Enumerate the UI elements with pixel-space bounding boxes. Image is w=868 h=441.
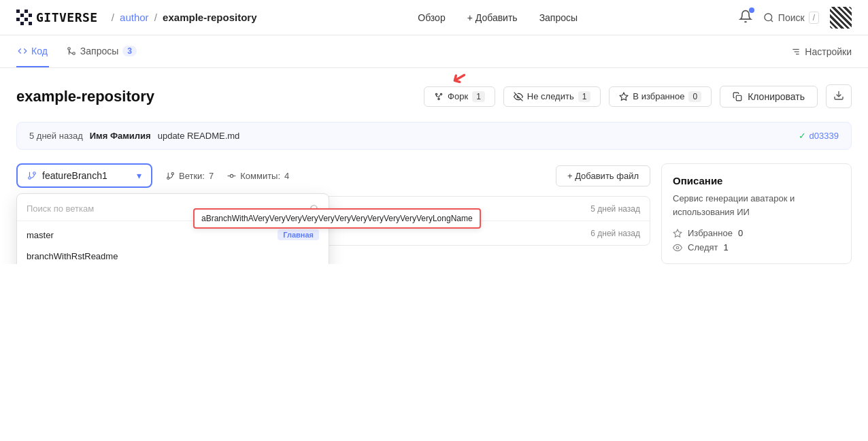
branch-selector-button[interactable]: featureBranch1 ▾: [16, 163, 152, 188]
download-button[interactable]: [826, 84, 852, 108]
branches-stat: Ветки: 7: [166, 171, 214, 181]
current-branch-label: featureBranch1: [42, 170, 107, 181]
repo-title: example-repository: [16, 88, 154, 105]
topnav-center-links: Обзор + Добавить Запросы: [271, 12, 725, 23]
file-date-readme: 6 дней назад: [590, 229, 640, 238]
svg-point-8: [438, 98, 439, 99]
commit-author: Имя Фамилия: [90, 131, 151, 141]
branch-name-master: master: [27, 230, 54, 240]
commit-bar: 5 дней назад Имя Фамилия update README.m…: [16, 122, 852, 150]
svg-point-2: [68, 47, 71, 50]
watchers-count: 1: [724, 242, 729, 252]
star-button[interactable]: В избранное 0: [609, 86, 712, 107]
nav-requests[interactable]: Запросы: [539, 12, 578, 23]
fork-label: Форк: [448, 91, 468, 101]
branches-count: 7: [209, 171, 214, 181]
requests-badge: 3: [122, 46, 137, 56]
settings-icon: [791, 47, 801, 56]
watch-label: Не следить: [527, 91, 574, 101]
logo[interactable]: GITVERSE: [16, 10, 98, 25]
breadcrumb: / author / example-repository: [112, 12, 257, 23]
copy-icon: [733, 92, 742, 101]
svg-marker-11: [620, 93, 629, 100]
svg-point-15: [33, 172, 36, 175]
branches-icon: [166, 172, 175, 180]
fork-count: 1: [472, 91, 485, 102]
star-label: В избранное: [633, 91, 684, 101]
commits-stat: Коммиты: 4: [227, 171, 289, 181]
code-icon: [18, 46, 27, 56]
clone-label: Клонировать: [748, 91, 805, 102]
nav-overview[interactable]: Обзор: [418, 12, 445, 23]
breadcrumb-sep0: /: [112, 12, 114, 23]
breadcrumb-repo: example-repository: [163, 12, 256, 23]
starred-count: 0: [738, 228, 743, 238]
search-icon: [763, 12, 774, 23]
left-column: featureBranch1 ▾ maste: [16, 163, 650, 246]
nav-add[interactable]: + Добавить: [467, 12, 518, 23]
subnav-right: Настройки: [791, 46, 852, 57]
settings-label: Настройки: [805, 46, 852, 57]
svg-rect-12: [736, 95, 741, 101]
repo-actions: Форк 1 Не следить 1 В избранное 0: [424, 84, 852, 108]
description-title: Описание: [673, 175, 840, 186]
commit-hash[interactable]: ✓ d03339: [799, 131, 839, 141]
branch-selector-container: featureBranch1 ▾ maste: [16, 163, 152, 188]
commit-time: 5 дней назад: [29, 131, 83, 141]
description-box: Описание Сервис генерации аватарок и исп…: [661, 163, 852, 264]
tooltip-text: aBranchWithAVeryVeryVeryVeryVeryVeryVery…: [201, 214, 473, 223]
right-sidebar: Описание Сервис генерации аватарок и исп…: [661, 163, 852, 264]
branch-files-row: featureBranch1 ▾ maste: [16, 163, 852, 264]
star-count: 0: [688, 91, 701, 102]
svg-marker-24: [673, 229, 682, 237]
tab-code-label: Код: [31, 46, 48, 56]
svg-point-25: [676, 246, 679, 249]
notification-dot: [749, 7, 754, 13]
top-navbar: GITVERSE / author / example-repository О…: [0, 0, 868, 35]
watchers-stat: Следят 1: [673, 242, 840, 252]
star-sidebar-icon: [673, 229, 682, 238]
download-icon: [833, 90, 844, 101]
add-file-button[interactable]: + Добавить файл: [556, 165, 650, 186]
add-file-label: + Добавить файл: [567, 171, 639, 181]
tab-code[interactable]: Код: [16, 36, 49, 67]
watch-button[interactable]: Не следить 1: [503, 86, 601, 107]
svg-point-0: [765, 14, 772, 21]
commits-icon: [227, 172, 236, 180]
tab-requests[interactable]: Запросы 3: [65, 36, 138, 67]
description-text: Сервис генерации аватарок и использовани…: [673, 192, 840, 218]
file-date-src: 5 дней назад: [590, 204, 640, 214]
check-icon: ✓: [799, 131, 806, 141]
eye-off-icon: [514, 92, 523, 101]
logo-grid-icon: [16, 10, 32, 25]
tab-requests-label: Запросы: [80, 46, 118, 56]
user-avatar[interactable]: [830, 7, 852, 29]
branch-item-branchWithRstReadme[interactable]: branchWithRstReadme: [17, 246, 329, 264]
search-label: Поиск: [778, 12, 805, 23]
main-badge: Главная: [278, 229, 319, 240]
logo-text: GITVERSE: [36, 10, 98, 24]
starred-label: Избранное: [688, 228, 733, 238]
sidebar-stats: Избранное 0 Следят 1: [673, 228, 840, 252]
svg-point-1: [73, 52, 76, 54]
watchers-label: Следят: [688, 242, 718, 252]
svg-point-20: [167, 177, 169, 179]
topnav-right: Поиск /: [739, 7, 852, 29]
svg-point-21: [231, 174, 233, 177]
branch-name-branchWithRstReadme: branchWithRstReadme: [27, 251, 118, 261]
branch-tooltip: aBranchWithAVeryVeryVeryVeryVeryVeryVery…: [193, 208, 481, 229]
branch-controls: featureBranch1 ▾ maste: [16, 163, 650, 188]
search-slash: /: [809, 12, 819, 24]
eye-sidebar-icon: [673, 243, 682, 252]
notifications-button[interactable]: [739, 10, 752, 25]
clone-button[interactable]: Клонировать: [720, 86, 818, 108]
git-branch-icon: [27, 171, 37, 180]
search-button[interactable]: Поиск /: [763, 12, 819, 24]
svg-point-19: [171, 172, 173, 174]
breadcrumb-author[interactable]: author: [120, 12, 149, 23]
settings-button[interactable]: Настройки: [791, 46, 852, 57]
sub-navbar: Код Запросы 3 Настройки: [0, 35, 868, 68]
main-content: example-repository Форк 1 Не следить 1: [0, 68, 868, 264]
git-merge-icon: [67, 46, 76, 56]
svg-point-16: [29, 177, 31, 180]
